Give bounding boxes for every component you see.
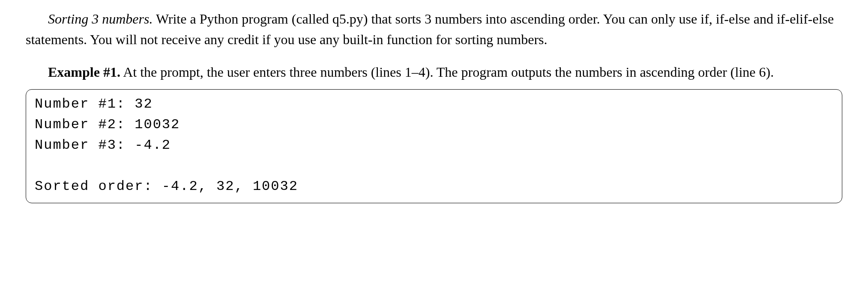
example-label: Example #1. [48,64,120,80]
code-line-2: Number #2: 10032 [35,114,833,135]
problem-title: Sorting 3 numbers. [48,11,153,27]
code-block: Number #1: 32 Number #2: 10032 Number #3… [26,89,842,203]
code-line-output: Sorted order: -4.2, 32, 10032 [35,176,833,197]
code-blank-line [35,156,833,176]
code-line-1: Number #1: 32 [35,94,833,114]
problem-statement: Sorting 3 numbers. Write a Python progra… [26,9,842,50]
code-line-3: Number #3: -4.2 [35,135,833,156]
example-section: Example #1. At the prompt, the user ente… [26,62,842,82]
example-description: At the prompt, the user enters three num… [120,64,774,80]
